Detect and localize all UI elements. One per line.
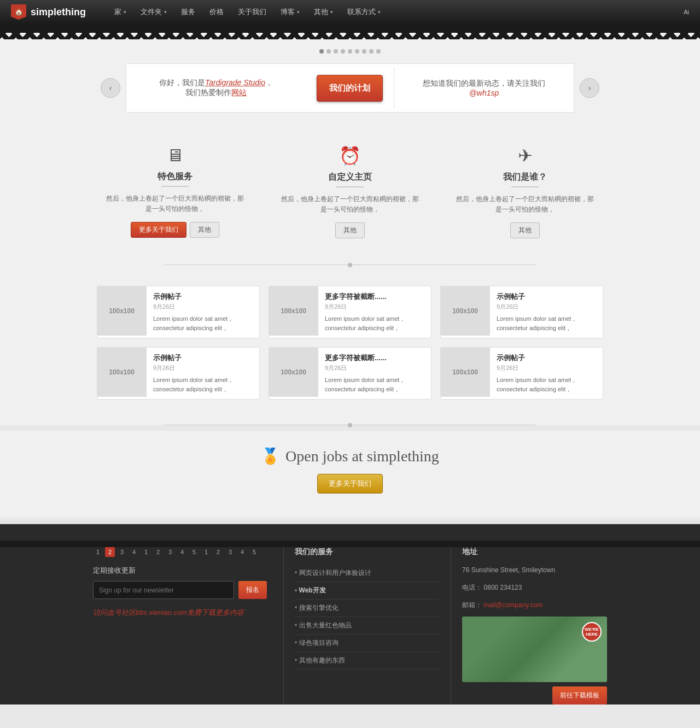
page-1[interactable]: 1 [93,547,103,557]
nav-sawtooth [0,24,700,33]
features-section: 🖥 特色服务 然后，他身上卷起了一个巨大而粘稠的褶裙，那是一头可怕的怪物， 更多… [0,124,700,255]
chevron-down-icon: ▾ [330,9,333,15]
nav-ai-label: Ai [684,9,689,15]
dot-4[interactable] [341,49,345,54]
page-1b[interactable]: 1 [141,547,151,557]
page-3[interactable]: 3 [117,547,127,557]
post-title-1[interactable]: 更多字符被截断...... [325,292,424,302]
feature-title-0: 特色服务 [104,171,246,183]
monitor-icon: 🖥 [104,145,246,166]
prev-arrow[interactable]: ‹ [101,78,120,98]
page-2-active[interactable]: 2 [105,547,115,557]
nav-item-about[interactable]: 关于我们 [231,0,273,24]
post-text-2: Lorem ipsum dolor sat amet，consectetur a… [497,314,596,332]
post-content-4: 更多字符被截断...... 9月26日 Lorem ipsum dolor sa… [318,348,431,399]
feature-title-2: 我们是谁？ [454,172,596,183]
page-5b[interactable]: 5 [249,547,259,557]
posts-grid: 100x100 示例帖子 9月26日 Lorem ipsum dolor sat… [82,286,618,400]
chevron-down-icon: ▾ [297,9,300,15]
post-card-1: 100x100 更多字符被截断...... 9月26日 Lorem ipsum … [269,286,431,338]
footer-top: 1 2 3 4 1 2 3 4 5 1 2 3 4 5 定期接收更新 报名 访问… [82,547,618,704]
nav-item-home[interactable]: 家 ▾ [108,0,133,24]
nav-item-other[interactable]: 其他 ▾ [307,0,340,24]
dot-6[interactable] [355,49,359,54]
next-arrow[interactable]: › [580,78,599,98]
brand-link[interactable]: Tardigrade Studio [205,78,265,87]
dot-2[interactable] [326,49,331,54]
page-4[interactable]: 4 [129,547,139,557]
feature-btn-0[interactable]: 其他 [190,222,219,238]
hero-cta-button[interactable]: 我们的计划 [317,75,383,102]
feature-btns-0: 更多关于我们 其他 [104,222,246,238]
page-2c[interactable]: 2 [213,547,223,557]
post-content-3: 示例帖子 9月26日 Lorem ipsum dolor sat amet，co… [147,348,259,399]
feature-btns-2: 其他 [454,222,596,238]
nav-item-folder[interactable]: 文件夹 ▾ [134,0,173,24]
post-date-1: 9月26日 [325,303,424,311]
medal-icon: 🏅 [261,447,280,465]
feature-btn-2[interactable]: 其他 [510,222,540,238]
dot-3[interactable] [334,49,338,54]
jobs-title: 🏅 Open jobs at simplething [0,447,700,465]
nav-item-blog[interactable]: 博客 ▾ [274,0,306,24]
post-content-5: 示例帖子 9月26日 Lorem ipsum dolor sat amet，co… [490,348,603,399]
feature-item-1: ⏰ 自定义主页 然后，他身上卷起了一个巨大而粘稠的褶裙，那是一头可怕的怪物， 其… [262,140,438,244]
page-1c[interactable]: 1 [201,547,211,557]
post-title-0[interactable]: 示例帖子 [153,292,253,302]
phone-line: 电话： 0800 234123 [462,582,607,594]
nav-item-price[interactable]: 价格 [203,0,230,24]
email-link[interactable]: mail@company.com [483,601,542,609]
nav-item-service[interactable]: 服务 [174,0,202,24]
post-title-5[interactable]: 示例帖子 [497,353,596,363]
post-text-0: Lorem ipsum dolor sat amet，consectetur a… [153,314,253,332]
service-item-1[interactable]: Web开发 [295,582,440,600]
post-title-4[interactable]: 更多字符被截断...... [325,353,424,363]
email-line: 邮箱： mail@company.com [462,600,607,612]
page-4b[interactable]: 4 [177,547,187,557]
logo[interactable]: 🏠 simplething [11,4,86,20]
feature-divider-0 [161,186,189,187]
map-badge: WE'RE HERE [582,622,602,642]
dot-1[interactable] [319,49,324,54]
service-item-3[interactable]: 出售大量红色物品 [295,617,440,635]
service-item-0[interactable]: 网页设计和用户体验设计 [295,565,440,582]
map-container: WE'RE HERE [462,617,607,682]
post-thumb-0: 100x100 [97,286,147,336]
feature-btn-1[interactable]: 其他 [335,222,365,238]
nav-item-contact[interactable]: 联系方式 ▾ [341,0,387,24]
newsletter-submit-button[interactable]: 报名 [238,581,267,599]
site-link[interactable]: 网站 [231,88,247,97]
jobs-more-button[interactable]: 更多关于我们 [317,474,383,494]
page-3c[interactable]: 3 [225,547,235,557]
page-5[interactable]: 5 [189,547,199,557]
plane-icon: ✈ [454,145,596,166]
page-4c[interactable]: 4 [237,547,247,557]
service-item-4[interactable]: 绿色项目咨询 [295,635,440,652]
footer-pagination: 1 2 3 4 1 2 3 4 5 1 2 3 4 5 [93,547,267,557]
post-title-3[interactable]: 示例帖子 [153,353,253,363]
service-item-2[interactable]: 搜索引擎优化 [295,600,440,617]
navbar: 🏠 simplething 家 ▾ 文件夹 ▾ 服务 价格 关于我们 博客 ▾ … [0,0,700,24]
dot-5[interactable] [348,49,352,54]
download-template-button[interactable]: 前往下载模板 [552,686,607,704]
page-2b[interactable]: 2 [153,547,163,557]
post-date-2: 9月26日 [497,303,596,311]
footer-col-address: 地址 76 Sunshine Street, Smileytown 电话： 08… [451,547,607,704]
post-card-2: 100x100 示例帖子 9月26日 Lorem ipsum dolor sat… [440,286,603,338]
post-date-3: 9月26日 [153,364,253,372]
service-item-5[interactable]: 其他有趣的东西 [295,652,440,670]
post-title-2[interactable]: 示例帖子 [497,292,596,302]
post-text-1: Lorem ipsum dolor sat amet，consectetur a… [325,314,424,332]
feature-item-0: 🖥 特色服务 然后，他身上卷起了一个巨大而粘稠的褶裙，那是一头可怕的怪物， 更多… [88,140,262,244]
feature-text-0: 然后，他身上卷起了一个巨大而粘稠的褶裙，那是一头可怕的怪物， [104,193,246,214]
page-3b[interactable]: 3 [165,547,175,557]
hero-section: ‹ 你好，我们是Tardigrade Studio， 我们热爱制作网站 我们的计… [0,33,700,124]
dot-9[interactable] [376,49,381,54]
jobs-section: 🏅 Open jobs at simplething 更多关于我们 [0,431,700,515]
dot-8[interactable] [369,49,374,54]
dot-7[interactable] [362,49,366,54]
newsletter-input[interactable] [93,581,234,599]
twitter-link[interactable]: @wh1sp [469,89,499,97]
feature-btn-primary-0[interactable]: 更多关于我们 [131,222,186,238]
post-card-0: 100x100 示例帖子 9月26日 Lorem ipsum dolor sat… [97,286,260,338]
